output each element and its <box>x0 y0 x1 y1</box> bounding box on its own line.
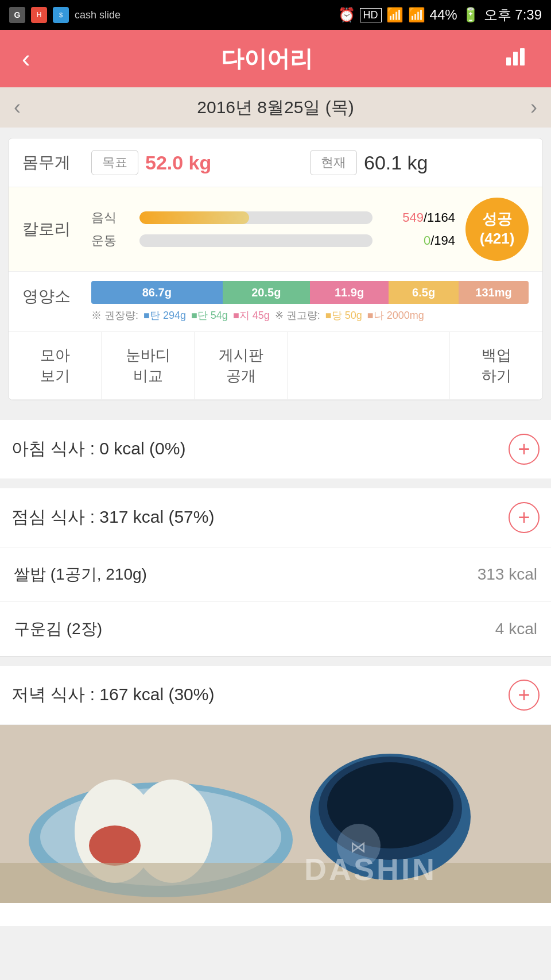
weight-label: 몸무게 <box>22 152 91 173</box>
svg-rect-8 <box>0 863 551 903</box>
hd-badge: HD <box>360 8 382 22</box>
lunch-food-name-2: 구운김 (2장) <box>14 618 102 640</box>
clock: 오후 7:39 <box>484 6 542 24</box>
app-icon-1: G <box>9 7 25 23</box>
app-label: cash slide <box>75 9 121 21</box>
nutr-protein: 20.5g <box>223 281 310 304</box>
action-row: 모아보기 눈바디비교 게시판공개 백업하기 <box>9 332 542 400</box>
current-date: 2016년 8월25일 (목) <box>197 96 354 119</box>
current-badge: 현재 <box>310 150 357 175</box>
svg-rect-0 <box>506 57 511 65</box>
lunch-item-1: 쌀밥 (1공기, 210g) 313 kcal <box>0 547 551 602</box>
breakfast-title: 아침 식사 : 0 kcal (0%) <box>11 437 185 461</box>
bottom-section <box>0 903 551 926</box>
lunch-food-name-1: 쌀밥 (1공기, 210g) <box>14 564 147 585</box>
lunch-add-button[interactable]: + <box>509 502 540 533</box>
nutr-fat: 11.9g <box>310 281 389 304</box>
lunch-food-cal-2: 4 kcal <box>495 620 537 638</box>
nutr-carb: 86.7g <box>91 281 223 304</box>
nutr-sugar: 6.5g <box>389 281 459 304</box>
exercise-cal-row: 운동 0/194 <box>91 232 455 249</box>
lunch-title: 점심 식사 : 317 kcal (57%) <box>11 506 214 529</box>
food-used: 549 <box>402 210 424 225</box>
nutrition-content: 86.7g 20.5g 11.9g 6.5g 131mg ※ 권장량: ■탄 2… <box>91 281 529 322</box>
back-button[interactable]: ‹ <box>17 44 35 73</box>
prev-date-button[interactable]: ‹ <box>14 95 21 119</box>
exercise-total: 194 <box>434 233 455 248</box>
exercise-cal-bar-wrap <box>139 234 372 247</box>
weight-row: 몸무게 목표 52.0 kg 현재 60.1 kg <box>9 138 542 187</box>
board-button[interactable]: 게시판공개 <box>195 332 288 399</box>
goal-value: 52.0 kg <box>145 152 310 174</box>
dinner-title: 저녁 식사 : 167 kcal (30%) <box>11 683 214 707</box>
lunch-food-list: 쌀밥 (1공기, 210g) 313 kcal 구운김 (2장) 4 kcal <box>0 547 551 657</box>
dinner-header: 저녁 식사 : 167 kcal (30%) + <box>0 666 551 725</box>
lunch-header: 점심 식사 : 317 kcal (57%) + <box>0 488 551 547</box>
lunch-item-2: 구운김 (2장) 4 kcal <box>0 602 551 656</box>
svg-rect-1 <box>513 52 518 65</box>
svg-rect-2 <box>520 48 525 65</box>
status-bar-right: ⏰ HD 📶 📶 44% 🔋 오후 7:39 <box>338 6 542 24</box>
food-type-label: 음식 <box>91 209 131 226</box>
divider-2 <box>0 479 551 488</box>
food-cal-bar <box>139 211 249 224</box>
eyebody-button[interactable]: 눈바디비교 <box>102 332 195 399</box>
food-total: 1164 <box>427 210 455 225</box>
food-image: DASHIN ⋈ <box>0 725 551 903</box>
app-icon-2: H <box>31 7 47 23</box>
success-value: (421) <box>480 229 515 249</box>
calories-row: 칼로리 음식 549/1164 운동 0/194 <box>9 187 542 272</box>
food-cal-bar-wrap <box>139 211 372 224</box>
calories-content: 음식 549/1164 운동 0/194 <box>91 209 455 249</box>
exercise-used: 0 <box>424 233 430 248</box>
exercise-type-label: 운동 <box>91 232 131 249</box>
status-bar-left: G H $ cash slide <box>9 7 121 23</box>
divider-3 <box>0 657 551 666</box>
success-badge: 성공 (421) <box>465 198 529 261</box>
nutr-sodium: 131mg <box>459 281 529 304</box>
breakfast-header: 아침 식사 : 0 kcal (0%) + <box>0 420 551 479</box>
wifi-icon: 📶 <box>386 7 403 23</box>
battery-pct: 44% <box>430 7 457 23</box>
breakfast-add-button[interactable]: + <box>509 434 540 465</box>
top-nav: ‹ 다이어리 <box>0 30 551 87</box>
success-label: 성공 <box>482 210 512 229</box>
chart-button[interactable] <box>499 44 534 74</box>
gather-button[interactable]: 모아보기 <box>9 332 102 399</box>
action-empty <box>288 332 450 399</box>
dinner-photo: DASHIN ⋈ <box>0 725 551 903</box>
signal-icon: 📶 <box>408 7 425 23</box>
svg-text:⋈: ⋈ <box>350 838 366 856</box>
divider-1 <box>0 411 551 420</box>
calories-label: 칼로리 <box>22 218 91 240</box>
svg-point-7 <box>89 825 141 866</box>
nutrition-bars: 86.7g 20.5g 11.9g 6.5g 131mg <box>91 281 529 304</box>
nutrition-label: 영양소 <box>22 281 91 307</box>
food-cal-row: 음식 549/1164 <box>91 209 455 226</box>
next-date-button[interactable]: › <box>530 95 537 119</box>
current-value: 60.1 kg <box>364 152 529 174</box>
main-card: 몸무게 목표 52.0 kg 현재 60.1 kg 칼로리 음식 549/116… <box>8 138 543 400</box>
food-cal-numbers: 549/1164 <box>381 210 455 225</box>
nutrition-row: 영양소 86.7g 20.5g 11.9g 6.5g 131mg <box>9 272 542 332</box>
date-bar: ‹ 2016년 8월25일 (목) › <box>0 87 551 128</box>
app-icon-3: $ <box>53 7 69 23</box>
battery-icon: 🔋 <box>462 7 479 23</box>
status-bar: G H $ cash slide ⏰ HD 📶 📶 44% 🔋 오후 7:39 <box>0 0 551 30</box>
lunch-food-cal-1: 313 kcal <box>478 565 537 584</box>
goal-badge: 목표 <box>91 150 138 175</box>
backup-button[interactable]: 백업하기 <box>450 332 542 399</box>
alarm-icon: ⏰ <box>338 7 355 23</box>
nutrition-note: ※ 권장량: ■탄 294g ■단 54g ■지 45g ※ 권고량: ■당 5… <box>91 308 529 322</box>
exercise-cal-numbers: 0/194 <box>381 233 455 248</box>
dinner-add-button[interactable]: + <box>509 680 540 711</box>
chart-icon <box>504 44 529 69</box>
page-title: 다이어리 <box>221 43 313 75</box>
